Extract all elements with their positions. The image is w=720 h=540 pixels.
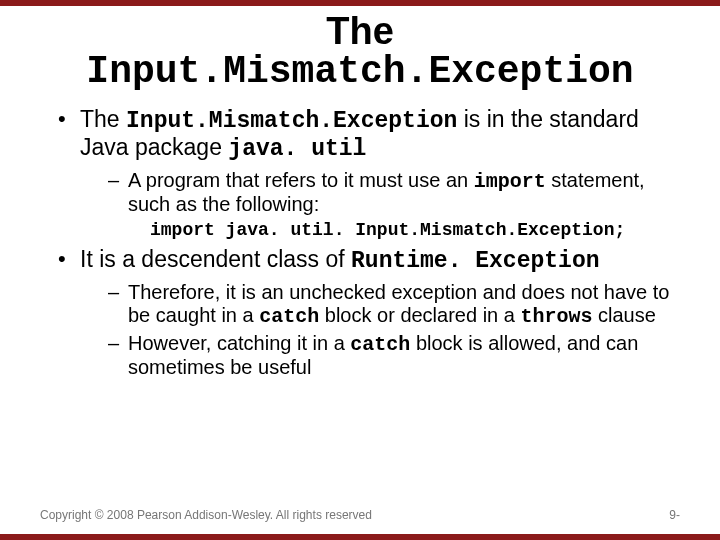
title-line1: The: [40, 12, 680, 52]
code: throws: [520, 305, 592, 328]
code: Input.Mismatch.Exception: [126, 108, 457, 134]
sub-bullet: Therefore, it is an unchecked exception …: [108, 281, 680, 328]
bullet-2: It is a descendent class of Runtime. Exc…: [58, 246, 680, 378]
sub-bullet: However, catching it in a catch block is…: [108, 332, 680, 379]
sub-list: Therefore, it is an unchecked exception …: [80, 281, 680, 379]
footer: Copyright © 2008 Pearson Addison-Wesley.…: [40, 508, 680, 522]
slide-content: The Input.Mismatch.Exception The Input.M…: [0, 6, 720, 379]
text: It is a descendent class of: [80, 246, 351, 272]
text: A program that refers to it must use an: [128, 169, 474, 191]
code: java. util: [228, 136, 366, 162]
text: The: [80, 106, 126, 132]
page-number: 9-: [669, 508, 680, 522]
text: clause: [592, 304, 655, 326]
bottom-accent-bar: [0, 534, 720, 540]
text: block or declared in a: [319, 304, 520, 326]
slide-title: The Input.Mismatch.Exception: [40, 12, 680, 92]
code: Runtime. Exception: [351, 248, 599, 274]
code: catch: [350, 333, 410, 356]
bullet-1: The Input.Mismatch.Exception is in the s…: [58, 106, 680, 241]
copyright-text: Copyright © 2008 Pearson Addison-Wesley.…: [40, 508, 372, 522]
code: import: [474, 170, 546, 193]
sub-list: A program that refers to it must use an …: [80, 169, 680, 216]
code: catch: [259, 305, 319, 328]
title-line2: Input.Mismatch.Exception: [40, 52, 680, 92]
sub-bullet: A program that refers to it must use an …: [108, 169, 680, 216]
bullet-list: The Input.Mismatch.Exception is in the s…: [40, 106, 680, 379]
import-code-line: import java. util. Input.Mismatch.Except…: [80, 220, 680, 241]
text: However, catching it in a: [128, 332, 350, 354]
